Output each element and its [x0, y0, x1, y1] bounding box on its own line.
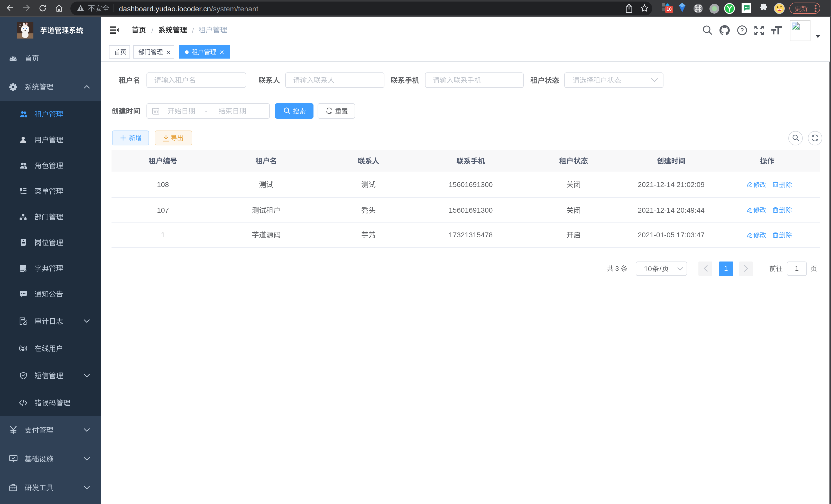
svg-text:?: ?: [740, 27, 744, 33]
